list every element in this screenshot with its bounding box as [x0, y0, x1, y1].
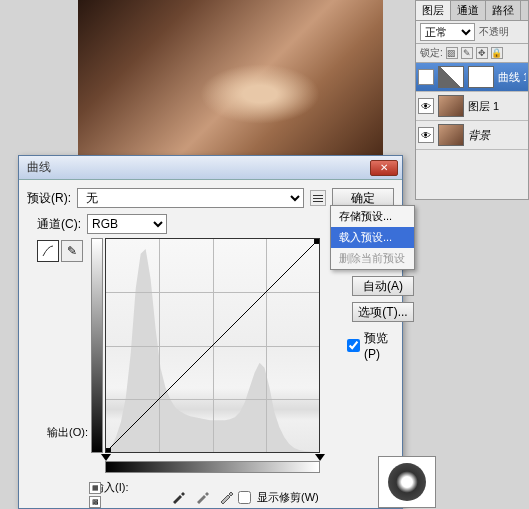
- curve-point-tool[interactable]: [37, 240, 59, 262]
- preview-checkbox[interactable]: [347, 339, 360, 352]
- show-clipping-label: 显示修剪(W): [257, 490, 319, 505]
- curve-line[interactable]: [106, 239, 319, 452]
- curve-pencil-tool[interactable]: ✎: [61, 240, 83, 262]
- lock-pixel-icon[interactable]: ✎: [461, 47, 473, 59]
- mask-thumb: [468, 66, 494, 88]
- dialog-titlebar[interactable]: 曲线 ✕: [19, 156, 402, 180]
- svg-rect-2: [106, 448, 111, 452]
- dialog-title: 曲线: [23, 159, 51, 176]
- visibility-toggle-icon[interactable]: 👁: [418, 127, 434, 143]
- preview-thumbnail: [378, 456, 436, 508]
- preview-label: 预览(P): [364, 330, 402, 361]
- channel-label: 通道(C):: [37, 216, 81, 233]
- close-button[interactable]: ✕: [370, 160, 398, 176]
- layer-row-1[interactable]: 👁 图层 1: [416, 92, 528, 121]
- tab-paths[interactable]: 路径: [486, 1, 521, 20]
- layers-panel: 图层 通道 路径 正常 不透明 锁定: ▨ ✎ ✥ 🔒 👁 曲线 1 👁 图层 …: [415, 0, 529, 200]
- lock-position-icon[interactable]: ✥: [476, 47, 488, 59]
- white-point-slider[interactable]: [315, 454, 325, 461]
- delete-preset-item: 删除当前预设: [331, 248, 414, 269]
- gray-eyedropper[interactable]: [193, 488, 211, 506]
- load-preset-item[interactable]: 载入预设...: [331, 227, 414, 248]
- preset-menu-icon[interactable]: [310, 190, 326, 206]
- tab-channels[interactable]: 通道: [451, 1, 486, 20]
- options-button[interactable]: 选项(T)...: [352, 302, 414, 322]
- layer-name: 曲线 1: [498, 70, 526, 85]
- layer-thumb: [438, 124, 464, 146]
- lock-transparency-icon[interactable]: ▨: [446, 47, 458, 59]
- input-gradient: [105, 461, 320, 473]
- svg-rect-3: [314, 239, 319, 244]
- document-image: [78, 0, 383, 160]
- curve-icon: [41, 244, 55, 258]
- save-preset-item[interactable]: 存储预设...: [331, 206, 414, 227]
- tab-layers[interactable]: 图层: [416, 1, 451, 20]
- curves-chart[interactable]: [105, 238, 320, 453]
- black-eyedropper[interactable]: [169, 488, 187, 506]
- black-point-slider[interactable]: [101, 454, 111, 461]
- svg-line-1: [106, 239, 319, 452]
- opacity-label: 不透明: [479, 25, 509, 39]
- grid-coarse-button[interactable]: ▦: [89, 482, 101, 494]
- preset-flyout-menu: 存储预设... 载入预设... 删除当前预设: [330, 205, 415, 270]
- layer-row-bg[interactable]: 👁 背景: [416, 121, 528, 150]
- white-eyedropper[interactable]: [217, 488, 235, 506]
- layer-thumb: [438, 95, 464, 117]
- layer-name: 图层 1: [468, 99, 526, 114]
- channel-select[interactable]: RGB: [87, 214, 167, 234]
- lock-label: 锁定:: [420, 46, 443, 60]
- show-clipping-checkbox[interactable]: [238, 491, 251, 504]
- preset-label: 预设(R):: [27, 190, 71, 207]
- grid-fine-button[interactable]: ▩: [89, 496, 101, 508]
- logo-icon: [388, 463, 426, 501]
- output-gradient: [91, 238, 103, 453]
- auto-button[interactable]: 自动(A): [352, 276, 414, 296]
- adjustment-thumb: [438, 66, 464, 88]
- visibility-toggle-icon[interactable]: 👁: [418, 69, 434, 85]
- lock-all-icon[interactable]: 🔒: [491, 47, 503, 59]
- close-icon: ✕: [380, 162, 388, 173]
- layer-row-curves[interactable]: 👁 曲线 1: [416, 63, 528, 92]
- visibility-toggle-icon[interactable]: 👁: [418, 98, 434, 114]
- layer-name: 背景: [468, 128, 526, 143]
- pencil-icon: ✎: [67, 244, 77, 258]
- blend-mode-select[interactable]: 正常: [420, 23, 475, 41]
- output-label: 输出(O):: [47, 425, 88, 440]
- preset-select[interactable]: 无: [77, 188, 304, 208]
